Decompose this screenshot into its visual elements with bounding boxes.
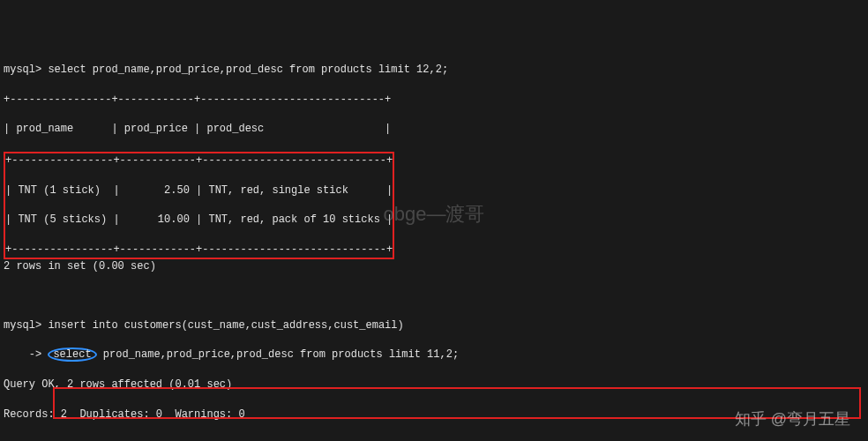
table-row: | TNT (5 sticks) | 10.00 | TNT, red, pac… <box>5 213 393 228</box>
sql-statement: insert into customers(cust_name,cust_add… <box>48 319 403 332</box>
highlight-box-1: +----------------+------------+---------… <box>4 152 394 259</box>
query-line-1: mysql> select prod_name,prod_price,prod_… <box>4 63 864 78</box>
query-line-2: mysql> insert into customers(cust_name,c… <box>4 318 864 333</box>
mysql-cont-prompt: -> <box>4 348 48 361</box>
sql-statement-rest: prod_name,prod_price,prod_desc from prod… <box>97 348 459 361</box>
table-border: +----------------+------------+---------… <box>5 243 393 258</box>
table-header: | prod_name | prod_price | prod_desc | <box>4 122 864 137</box>
sql-statement: select prod_name,prod_price,prod_desc fr… <box>48 64 448 76</box>
table-border: +----------------+------------+---------… <box>5 153 393 168</box>
mysql-prompt: mysql> <box>4 319 48 332</box>
mysql-prompt: mysql> <box>4 64 48 76</box>
table-row: | TNT (1 stick) | 2.50 | TNT, red, singl… <box>5 183 393 198</box>
watermark-center: obge—渡哥 <box>384 201 485 228</box>
highlight-circle-select: select <box>48 348 96 362</box>
table-border: +----------------+------------+---------… <box>4 93 864 108</box>
result-footer: 2 rows in set (0.00 sec) <box>4 259 864 274</box>
highlight-box-2 <box>53 387 861 419</box>
query-line-2-cont: -> select prod_name,prod_price,prod_desc… <box>4 348 864 363</box>
